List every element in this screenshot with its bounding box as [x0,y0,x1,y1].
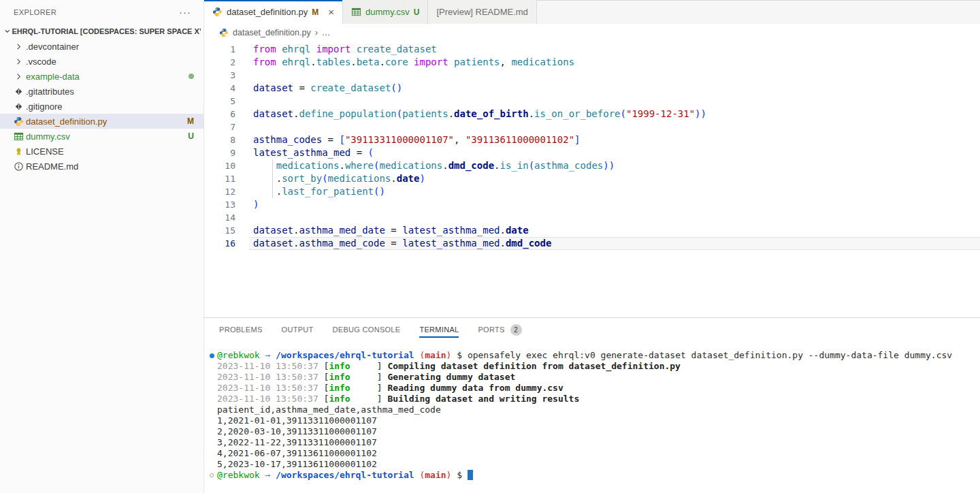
file-row-dataset-definition-py[interactable]: dataset_definition.pyM [0,114,203,129]
line-number: 11 [204,172,235,185]
terminal-line: 4,2021-06-07,39113611000001102 [204,448,980,459]
editor-tab-bar: dataset_definition.pyM×dummy.csvU[Previe… [204,0,980,24]
line-number: 13 [204,198,235,211]
file-row-dummy-csv[interactable]: dummy.csvU [0,129,203,144]
ports-count-badge: 2 [510,324,522,336]
code-line-4[interactable]: 4dataset = create_dataset() [204,82,980,95]
code-line-3[interactable]: 3 [204,69,980,82]
file-label: README.md [26,161,78,172]
file-row-license[interactable]: LICENSE [0,144,203,159]
code-line-7[interactable]: 7 [204,121,980,133]
terminal-line: 2023-11-10 13:50:37 [info ] Compiling da… [204,361,980,372]
code-editor[interactable]: 1from ehrql import create_dataset2from e… [204,42,980,250]
code-line-13[interactable]: 13) [204,198,980,211]
terminal-cursor [468,470,473,480]
code-line-14[interactable]: 14 [204,211,980,224]
panel-tab-output[interactable]: OUTPUT [282,318,314,341]
terminal-line: 2023-11-10 13:50:37 [info ] Building dat… [204,394,980,404]
code-line-6[interactable]: 6dataset.define_population(patients.date… [204,108,980,121]
file-label: LICENSE [26,146,64,157]
breadcrumb-separator: › [315,28,318,37]
code-line-15[interactable]: 15dataset.asthma_med_date = latest_asthm… [204,224,980,237]
code-text [249,121,980,133]
file-label: .devcontainer [26,42,79,52]
code-text [249,95,980,108]
file-row--gitattributes[interactable]: .gitattributes [0,84,203,99]
terminal-line: patient_id,asthma_med_date,asthma_med_co… [204,404,980,415]
terminal-line: 2023-11-10 13:50:37 [info ] Generating d… [204,372,980,383]
breadcrumb-file[interactable]: dataset_definition.py [233,28,311,37]
python-icon [219,28,229,37]
file-label: example-data [26,71,80,82]
code-line-8[interactable]: 8asthma_codes = ["39113311000001107", "3… [204,133,980,146]
explorer-title: EXPLORER [14,8,56,16]
close-icon[interactable]: × [328,7,334,17]
terminal[interactable]: @rebkwok → /workspaces/ehrql-tutorial (m… [204,350,980,481]
untracked-dot-badge [189,71,194,81]
panel-tab-debug-console[interactable]: DEBUG CONSOLE [333,318,401,341]
explorer-sidebar: EXPLORER ··· EHRQL-TUTORIAL [CODESPACES:… [0,0,204,493]
code-text: .last_for_patient() [249,185,980,198]
tab--preview-readme-md[interactable]: [Preview] README.md [428,0,536,24]
file-label: .gitattributes [26,86,74,97]
tab-dataset-definition-py[interactable]: dataset_definition.pyM× [204,0,343,24]
breadcrumb[interactable]: dataset_definition.py › … [204,24,980,42]
panel-tab-problems[interactable]: PROBLEMS [219,318,263,341]
line-number: 4 [204,82,235,95]
command-ran-indicator [210,353,214,358]
chevron-down-icon [3,27,12,36]
tab-dummy-csv[interactable]: dummy.csvU [343,0,428,24]
code-text: asthma_codes = ["39113311000001107", "39… [249,133,980,146]
code-line-16[interactable]: 16dataset.asthma_med_code = latest_asthm… [204,237,980,250]
code-line-12[interactable]: 12 .last_for_patient() [204,185,980,198]
line-number: 3 [204,69,235,82]
tab-label: [Preview] README.md [436,7,527,17]
code-text: dataset.define_population(patients.date_… [249,108,980,121]
workspace-section-header[interactable]: EHRQL-TUTORIAL [CODESPACES: SUPER SPACE … [0,24,203,39]
code-text: dataset = create_dataset() [249,82,980,95]
prompt-indicator [210,473,214,477]
git-icon [14,86,26,97]
code-line-5[interactable]: 5 [204,95,980,108]
file-label: dataset_definition.py [26,116,107,127]
file-label: .vscode [26,57,56,67]
code-line-11[interactable]: 11 .sort_by(medications.date) [204,172,980,185]
file-row--gitignore[interactable]: .gitignore [0,99,203,114]
editor-area: dataset_definition.pyM×dummy.csvU[Previe… [204,0,980,317]
code-line-9[interactable]: 9latest_asthma_med = ( [204,146,980,159]
terminal-line: 2023-11-10 13:50:37 [info ] Reading dumm… [204,383,980,394]
line-number: 12 [204,185,235,198]
panel-tab-label: PROBLEMS [219,325,263,334]
terminal-line: 2,2020-03-10,39113311000001107 [204,426,980,437]
code-text: dataset.asthma_med_code = latest_asthma_… [249,237,980,250]
file-row-readme-md[interactable]: README.md [0,159,203,174]
terminal-line: 3,2022-11-22,39113311000001107 [204,437,980,448]
panel-tab-label: PORTS [478,325,504,334]
code-line-2[interactable]: 2from ehrql.tables.beta.core import pati… [204,56,980,69]
panel-tab-ports[interactable]: PORTS2 [478,318,521,341]
tab-git-status-badge: M [312,7,318,17]
csv-icon [351,7,361,17]
code-text [249,69,980,82]
breadcrumb-more[interactable]: … [322,28,331,37]
code-line-10[interactable]: 10 medications.where(medications.dmd_cod… [204,159,980,172]
panel-tab-label: TERMINAL [419,325,459,334]
explorer-header: EXPLORER ··· [0,0,203,24]
file-row--devcontainer[interactable]: .devcontainer [0,39,203,54]
line-number: 2 [204,56,235,69]
terminal-line: @rebkwok → /workspaces/ehrql-tutorial (m… [204,350,980,361]
panel-tab-terminal[interactable]: TERMINAL [419,318,459,341]
code-text: latest_asthma_med = ( [249,146,980,159]
terminal-line: @rebkwok → /workspaces/ehrql-tutorial (m… [204,470,980,481]
explorer-more-actions-icon[interactable]: ··· [179,6,191,18]
csv-icon [14,131,26,142]
code-line-1[interactable]: 1from ehrql import create_dataset [204,43,980,56]
line-number: 15 [204,224,235,237]
file-row--vscode[interactable]: .vscode [0,54,203,69]
python-icon [14,116,26,127]
line-number: 6 [204,108,235,121]
file-row-example-data[interactable]: example-data [0,69,203,84]
line-number: 5 [204,95,235,108]
line-number: 8 [204,133,235,146]
panel-tab-label: OUTPUT [282,325,314,334]
